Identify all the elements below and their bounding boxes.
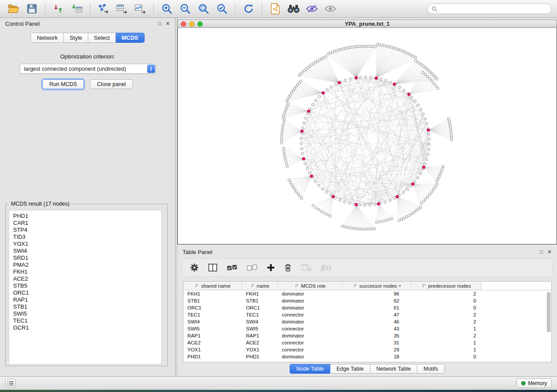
list-item[interactable]: STP4 xyxy=(13,227,161,234)
list-item[interactable]: TID3 xyxy=(13,234,161,241)
refresh-button[interactable] xyxy=(240,2,257,16)
cell-mcds-role[interactable]: connector xyxy=(278,340,343,345)
table-scrollbar[interactable] xyxy=(547,291,551,361)
window-close-icon[interactable] xyxy=(181,21,186,27)
save-button[interactable] xyxy=(24,2,40,16)
zoom-selected-button[interactable] xyxy=(214,2,230,16)
network-graph[interactable] xyxy=(178,28,557,244)
cell-predecessors[interactable]: 0 xyxy=(412,305,481,310)
table-row[interactable]: TEC1TEC1connector472 xyxy=(183,311,551,318)
column-header-predecessor-nodes[interactable]: predecessor nodes xyxy=(412,282,481,290)
cell-name[interactable]: YOX1 xyxy=(242,347,278,352)
cell-shared-name[interactable]: PHD1 xyxy=(183,354,242,359)
tab-mcds[interactable]: MCDS xyxy=(116,33,144,43)
memory-button[interactable]: Memory xyxy=(516,378,552,388)
delete-column-button[interactable] xyxy=(284,263,291,272)
tab-motifs[interactable]: Motifs xyxy=(417,364,444,374)
float-panel-icon[interactable]: □ xyxy=(540,249,543,254)
cell-name[interactable]: TEC1 xyxy=(242,312,278,317)
cell-mcds-role[interactable]: dominator xyxy=(278,354,343,359)
cell-name[interactable]: ACE2 xyxy=(242,340,278,345)
cell-name[interactable]: SWI5 xyxy=(242,326,278,331)
cell-predecessors[interactable]: 1 xyxy=(412,347,481,352)
search-input[interactable] xyxy=(440,6,547,12)
zoom-out-button[interactable] xyxy=(177,2,194,16)
column-header-mcds-role[interactable]: MCDS role xyxy=(278,282,343,290)
list-item[interactable]: FKH1 xyxy=(13,268,161,275)
hide-selected-button[interactable] xyxy=(304,2,320,16)
export-network-button[interactable] xyxy=(95,2,112,16)
cell-predecessors[interactable]: 2 xyxy=(412,333,481,338)
tab-edge-table[interactable]: Edge Table xyxy=(330,364,370,374)
cell-shared-name[interactable]: ORC1 xyxy=(183,305,242,310)
table-row[interactable]: YOX1YOX1connector291 xyxy=(183,346,551,353)
table-row[interactable]: FKH1FKH1dominator962 xyxy=(183,290,551,297)
cell-shared-name[interactable]: ACE2 xyxy=(183,340,242,345)
cell-predecessors[interactable]: 2 xyxy=(412,291,481,296)
cell-mcds-role[interactable]: dominator xyxy=(278,305,343,310)
zoom-fit-button[interactable] xyxy=(195,2,212,16)
cell-successors[interactable]: 31 xyxy=(343,340,412,345)
cell-shared-name[interactable]: SWI5 xyxy=(183,326,242,331)
show-all-button[interactable] xyxy=(322,2,339,16)
table-row[interactable]: ORC1ORC1dominator610 xyxy=(183,304,551,311)
cell-mcds-role[interactable]: connector xyxy=(278,312,343,317)
cell-name[interactable]: PHD1 xyxy=(242,354,278,359)
list-item[interactable]: RAP1 xyxy=(13,296,161,303)
table-settings-button[interactable] xyxy=(190,263,199,272)
cell-shared-name[interactable]: FKH1 xyxy=(183,291,242,296)
close-panel-icon[interactable]: ✕ xyxy=(547,249,552,254)
network-canvas[interactable] xyxy=(177,28,557,244)
tab-network[interactable]: Network xyxy=(31,33,64,43)
cell-successors[interactable]: 62 xyxy=(343,298,412,303)
zoom-in-button[interactable] xyxy=(159,2,175,16)
table-row[interactable]: STB1STB1dominator620 xyxy=(183,297,551,304)
list-item[interactable]: ACE2 xyxy=(13,275,161,282)
list-item[interactable]: CAR1 xyxy=(13,220,161,227)
cell-predecessors[interactable]: 1 xyxy=(412,326,481,331)
cell-successors[interactable]: 18 xyxy=(343,354,412,359)
share-document-button[interactable] xyxy=(267,2,284,16)
cell-successors[interactable]: 35 xyxy=(343,333,412,338)
tab-style[interactable]: Style xyxy=(64,33,88,43)
list-item[interactable]: YOX1 xyxy=(13,241,161,248)
show-columns-button[interactable] xyxy=(208,264,217,272)
cell-mcds-role[interactable]: dominator xyxy=(278,298,343,303)
column-header-name[interactable]: name xyxy=(242,282,278,290)
list-item[interactable]: STB1 xyxy=(13,303,161,310)
list-item[interactable]: SWI4 xyxy=(13,248,161,254)
criterion-dropdown[interactable]: largest connected component (undirected)… xyxy=(20,64,156,74)
list-item[interactable]: PHD1 xyxy=(13,213,161,220)
cell-successors[interactable]: 43 xyxy=(343,326,412,331)
cell-name[interactable]: ORC1 xyxy=(242,305,278,310)
cell-successors[interactable]: 61 xyxy=(343,305,412,310)
float-panel-icon[interactable]: □ xyxy=(158,21,161,26)
cell-successors[interactable]: 29 xyxy=(343,347,412,352)
toolbar-search[interactable] xyxy=(427,3,552,14)
cell-predecessors[interactable]: 0 xyxy=(412,298,481,303)
cell-shared-name[interactable]: RAP1 xyxy=(183,333,242,338)
cell-mcds-role[interactable]: connector xyxy=(278,347,343,352)
list-item[interactable]: SWI5 xyxy=(13,310,161,317)
close-panel-button[interactable]: Close panel xyxy=(90,79,133,89)
cell-successors[interactable]: 96 xyxy=(343,291,412,296)
select-all-button[interactable] xyxy=(227,264,237,272)
list-item[interactable]: TEC1 xyxy=(13,317,161,324)
window-minimize-icon[interactable] xyxy=(189,21,194,27)
tab-select[interactable]: Select xyxy=(88,33,116,43)
run-mcds-button[interactable]: Run MCDS xyxy=(42,79,84,89)
cell-name[interactable]: SWI4 xyxy=(242,319,278,324)
list-item[interactable]: SRD1 xyxy=(13,254,161,261)
cell-mcds-role[interactable]: dominator xyxy=(278,333,343,338)
cell-predecessors[interactable]: 1 xyxy=(412,340,481,345)
table-row[interactable]: SWI5SWI5connector431 xyxy=(183,325,551,332)
cell-mcds-role[interactable]: dominator xyxy=(278,291,343,296)
cell-mcds-role[interactable]: dominator xyxy=(278,319,343,324)
list-item[interactable]: STB5 xyxy=(13,282,161,289)
table-row[interactable]: SWI4SWI4dominator462 xyxy=(183,318,551,325)
list-item[interactable]: ORC1 xyxy=(13,289,161,296)
import-table-button[interactable] xyxy=(69,2,85,16)
scrollbar-thumb[interactable] xyxy=(547,292,550,332)
tab-node-table[interactable]: Node Table xyxy=(290,364,330,374)
export-table-button[interactable] xyxy=(114,2,130,16)
